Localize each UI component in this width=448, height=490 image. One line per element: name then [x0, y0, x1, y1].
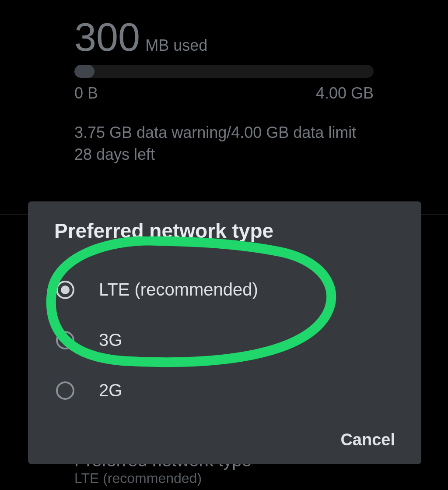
- cancel-button[interactable]: Cancel: [340, 430, 395, 449]
- option-2g[interactable]: 2G: [28, 365, 421, 416]
- option-2g-label: 2G: [99, 381, 122, 400]
- radio-icon: [56, 281, 74, 299]
- option-lte-label: LTE (recommended): [99, 280, 258, 300]
- option-lte[interactable]: LTE (recommended): [28, 264, 421, 315]
- radio-icon: [56, 381, 74, 400]
- radio-icon: [56, 331, 74, 349]
- dialog-title: Preferred network type: [28, 219, 421, 243]
- dialog-actions: Cancel: [340, 430, 395, 449]
- option-3g[interactable]: 3G: [28, 315, 421, 365]
- network-type-dialog: Preferred network type LTE (recommended)…: [28, 201, 421, 464]
- option-3g-label: 3G: [99, 330, 122, 350]
